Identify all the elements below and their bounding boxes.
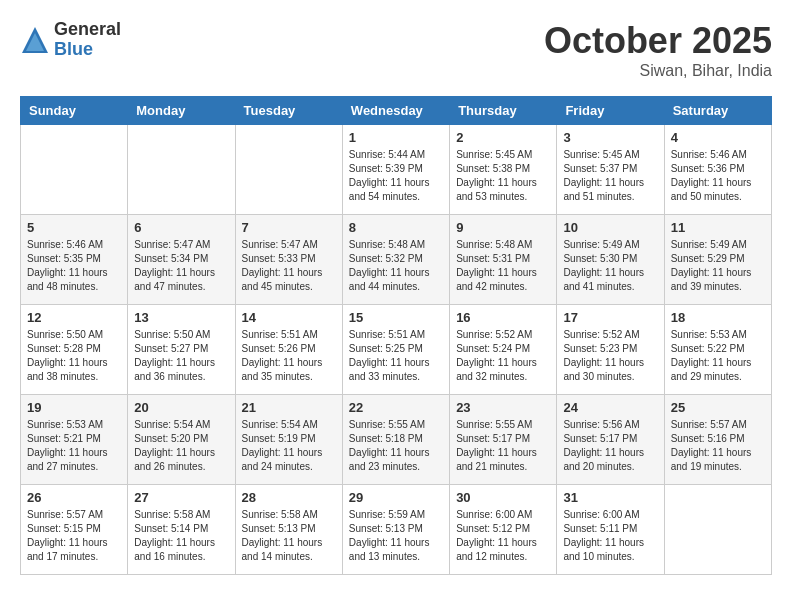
calendar-cell: 13Sunrise: 5:50 AM Sunset: 5:27 PM Dayli… [128, 305, 235, 395]
calendar-cell: 11Sunrise: 5:49 AM Sunset: 5:29 PM Dayli… [664, 215, 771, 305]
day-number: 25 [671, 400, 765, 415]
day-info: Sunrise: 5:45 AM Sunset: 5:38 PM Dayligh… [456, 148, 550, 204]
day-number: 28 [242, 490, 336, 505]
calendar-cell: 4Sunrise: 5:46 AM Sunset: 5:36 PM Daylig… [664, 125, 771, 215]
calendar-week-0: 1Sunrise: 5:44 AM Sunset: 5:39 PM Daylig… [21, 125, 772, 215]
calendar-cell: 27Sunrise: 5:58 AM Sunset: 5:14 PM Dayli… [128, 485, 235, 575]
day-info: Sunrise: 5:48 AM Sunset: 5:32 PM Dayligh… [349, 238, 443, 294]
calendar-header-wednesday: Wednesday [342, 97, 449, 125]
day-number: 7 [242, 220, 336, 235]
day-info: Sunrise: 6:00 AM Sunset: 5:12 PM Dayligh… [456, 508, 550, 564]
day-info: Sunrise: 5:46 AM Sunset: 5:35 PM Dayligh… [27, 238, 121, 294]
day-number: 30 [456, 490, 550, 505]
calendar-header-tuesday: Tuesday [235, 97, 342, 125]
day-info: Sunrise: 6:00 AM Sunset: 5:11 PM Dayligh… [563, 508, 657, 564]
calendar-table: SundayMondayTuesdayWednesdayThursdayFrid… [20, 96, 772, 575]
calendar-cell [235, 125, 342, 215]
day-number: 20 [134, 400, 228, 415]
calendar-header-thursday: Thursday [450, 97, 557, 125]
day-info: Sunrise: 5:53 AM Sunset: 5:21 PM Dayligh… [27, 418, 121, 474]
page: General Blue October 2025 Siwan, Bihar, … [0, 0, 792, 595]
day-info: Sunrise: 5:52 AM Sunset: 5:23 PM Dayligh… [563, 328, 657, 384]
day-number: 22 [349, 400, 443, 415]
day-number: 4 [671, 130, 765, 145]
day-number: 29 [349, 490, 443, 505]
logo-general-text: General [54, 20, 121, 40]
location: Siwan, Bihar, India [544, 62, 772, 80]
calendar-cell: 17Sunrise: 5:52 AM Sunset: 5:23 PM Dayli… [557, 305, 664, 395]
calendar-header-sunday: Sunday [21, 97, 128, 125]
calendar-week-3: 19Sunrise: 5:53 AM Sunset: 5:21 PM Dayli… [21, 395, 772, 485]
calendar-cell: 31Sunrise: 6:00 AM Sunset: 5:11 PM Dayli… [557, 485, 664, 575]
day-number: 12 [27, 310, 121, 325]
calendar-header-monday: Monday [128, 97, 235, 125]
calendar-cell: 28Sunrise: 5:58 AM Sunset: 5:13 PM Dayli… [235, 485, 342, 575]
day-info: Sunrise: 5:58 AM Sunset: 5:14 PM Dayligh… [134, 508, 228, 564]
calendar-cell: 21Sunrise: 5:54 AM Sunset: 5:19 PM Dayli… [235, 395, 342, 485]
day-info: Sunrise: 5:54 AM Sunset: 5:20 PM Dayligh… [134, 418, 228, 474]
calendar-cell: 15Sunrise: 5:51 AM Sunset: 5:25 PM Dayli… [342, 305, 449, 395]
calendar-cell: 14Sunrise: 5:51 AM Sunset: 5:26 PM Dayli… [235, 305, 342, 395]
logo-icon [20, 25, 50, 55]
day-number: 19 [27, 400, 121, 415]
day-number: 15 [349, 310, 443, 325]
calendar-cell [128, 125, 235, 215]
calendar-week-1: 5Sunrise: 5:46 AM Sunset: 5:35 PM Daylig… [21, 215, 772, 305]
day-info: Sunrise: 5:47 AM Sunset: 5:34 PM Dayligh… [134, 238, 228, 294]
logo-blue-text: Blue [54, 40, 121, 60]
calendar-cell: 29Sunrise: 5:59 AM Sunset: 5:13 PM Dayli… [342, 485, 449, 575]
header: General Blue October 2025 Siwan, Bihar, … [20, 20, 772, 80]
day-number: 26 [27, 490, 121, 505]
calendar-cell: 24Sunrise: 5:56 AM Sunset: 5:17 PM Dayli… [557, 395, 664, 485]
calendar-cell: 2Sunrise: 5:45 AM Sunset: 5:38 PM Daylig… [450, 125, 557, 215]
calendar-header-friday: Friday [557, 97, 664, 125]
day-info: Sunrise: 5:55 AM Sunset: 5:17 PM Dayligh… [456, 418, 550, 474]
day-number: 21 [242, 400, 336, 415]
calendar-cell: 1Sunrise: 5:44 AM Sunset: 5:39 PM Daylig… [342, 125, 449, 215]
day-number: 3 [563, 130, 657, 145]
month-title: October 2025 [544, 20, 772, 62]
day-info: Sunrise: 5:48 AM Sunset: 5:31 PM Dayligh… [456, 238, 550, 294]
day-info: Sunrise: 5:52 AM Sunset: 5:24 PM Dayligh… [456, 328, 550, 384]
day-number: 18 [671, 310, 765, 325]
logo: General Blue [20, 20, 121, 60]
day-info: Sunrise: 5:59 AM Sunset: 5:13 PM Dayligh… [349, 508, 443, 564]
day-number: 2 [456, 130, 550, 145]
day-info: Sunrise: 5:49 AM Sunset: 5:30 PM Dayligh… [563, 238, 657, 294]
calendar-cell [664, 485, 771, 575]
day-info: Sunrise: 5:46 AM Sunset: 5:36 PM Dayligh… [671, 148, 765, 204]
calendar-cell: 20Sunrise: 5:54 AM Sunset: 5:20 PM Dayli… [128, 395, 235, 485]
day-info: Sunrise: 5:50 AM Sunset: 5:27 PM Dayligh… [134, 328, 228, 384]
calendar-cell: 18Sunrise: 5:53 AM Sunset: 5:22 PM Dayli… [664, 305, 771, 395]
day-info: Sunrise: 5:56 AM Sunset: 5:17 PM Dayligh… [563, 418, 657, 474]
calendar-cell: 5Sunrise: 5:46 AM Sunset: 5:35 PM Daylig… [21, 215, 128, 305]
calendar-cell: 22Sunrise: 5:55 AM Sunset: 5:18 PM Dayli… [342, 395, 449, 485]
logo-text: General Blue [54, 20, 121, 60]
day-info: Sunrise: 5:55 AM Sunset: 5:18 PM Dayligh… [349, 418, 443, 474]
day-info: Sunrise: 5:57 AM Sunset: 5:16 PM Dayligh… [671, 418, 765, 474]
calendar-header-row: SundayMondayTuesdayWednesdayThursdayFrid… [21, 97, 772, 125]
day-info: Sunrise: 5:50 AM Sunset: 5:28 PM Dayligh… [27, 328, 121, 384]
day-number: 27 [134, 490, 228, 505]
day-number: 23 [456, 400, 550, 415]
title-block: October 2025 Siwan, Bihar, India [544, 20, 772, 80]
day-number: 6 [134, 220, 228, 235]
day-info: Sunrise: 5:57 AM Sunset: 5:15 PM Dayligh… [27, 508, 121, 564]
calendar-cell: 6Sunrise: 5:47 AM Sunset: 5:34 PM Daylig… [128, 215, 235, 305]
day-info: Sunrise: 5:54 AM Sunset: 5:19 PM Dayligh… [242, 418, 336, 474]
calendar-week-4: 26Sunrise: 5:57 AM Sunset: 5:15 PM Dayli… [21, 485, 772, 575]
calendar-cell: 8Sunrise: 5:48 AM Sunset: 5:32 PM Daylig… [342, 215, 449, 305]
day-number: 1 [349, 130, 443, 145]
calendar-cell [21, 125, 128, 215]
day-info: Sunrise: 5:49 AM Sunset: 5:29 PM Dayligh… [671, 238, 765, 294]
calendar-cell: 23Sunrise: 5:55 AM Sunset: 5:17 PM Dayli… [450, 395, 557, 485]
calendar-cell: 12Sunrise: 5:50 AM Sunset: 5:28 PM Dayli… [21, 305, 128, 395]
day-number: 17 [563, 310, 657, 325]
calendar-cell: 9Sunrise: 5:48 AM Sunset: 5:31 PM Daylig… [450, 215, 557, 305]
day-info: Sunrise: 5:44 AM Sunset: 5:39 PM Dayligh… [349, 148, 443, 204]
day-number: 11 [671, 220, 765, 235]
day-info: Sunrise: 5:45 AM Sunset: 5:37 PM Dayligh… [563, 148, 657, 204]
calendar-cell: 30Sunrise: 6:00 AM Sunset: 5:12 PM Dayli… [450, 485, 557, 575]
calendar-cell: 19Sunrise: 5:53 AM Sunset: 5:21 PM Dayli… [21, 395, 128, 485]
calendar-cell: 10Sunrise: 5:49 AM Sunset: 5:30 PM Dayli… [557, 215, 664, 305]
